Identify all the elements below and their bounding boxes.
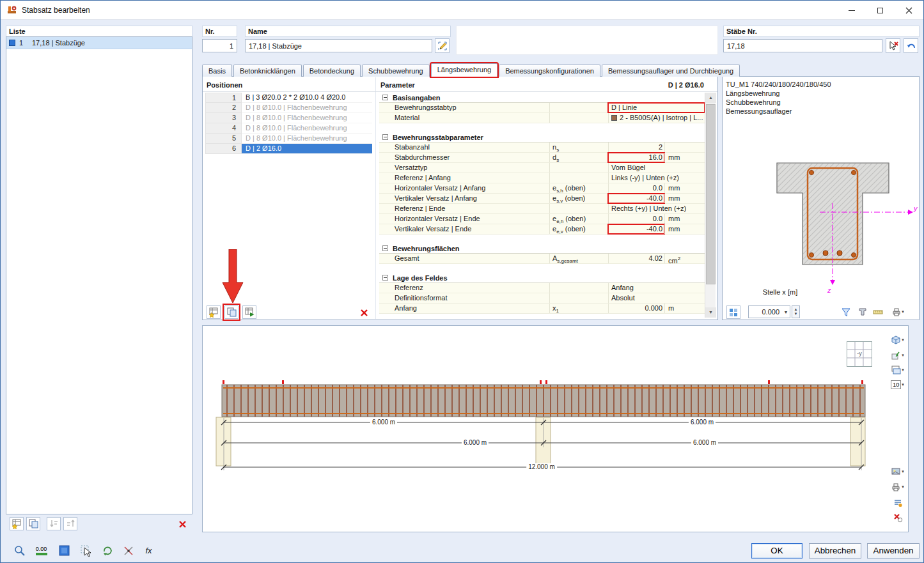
nr-input[interactable] <box>202 39 237 52</box>
parameter-row[interactable]: Material2 - B500S(A) | Isotrop | L... <box>379 113 705 123</box>
section-view-button[interactable] <box>856 305 870 318</box>
parameter-section-header[interactable]: Bewehrungsflächen <box>379 243 705 254</box>
parameter-section-header[interactable]: Basisangaben <box>379 93 705 103</box>
render-mode-button[interactable]: ▾ <box>887 465 908 478</box>
parameter-value[interactable]: 0.0 <box>608 214 664 224</box>
delete-position-button[interactable] <box>357 306 370 319</box>
parameter-value[interactable]: 16.0 <box>608 153 664 162</box>
position-row[interactable]: 5D | 8 Ø10.0 | Flächenbewehrung <box>205 134 372 144</box>
parameter-value[interactable]: 0.0 <box>608 183 664 193</box>
maximize-button[interactable] <box>866 1 895 20</box>
parameter-value[interactable]: Absolut <box>608 293 705 303</box>
tab-basis[interactable]: Basis <box>202 65 232 77</box>
parameter-row[interactable]: Anfangx10.000m <box>379 304 705 314</box>
parameter-value[interactable]: 0.000 <box>608 304 664 313</box>
import-position-button[interactable] <box>242 305 256 319</box>
axes-snap-button[interactable] <box>120 542 137 559</box>
parameter-value[interactable]: -40.0 <box>608 224 664 234</box>
filter-button[interactable] <box>839 305 853 318</box>
color-mode-button[interactable] <box>56 542 73 559</box>
spin-up-icon[interactable]: ▲ <box>794 307 798 312</box>
apply-button[interactable]: Anwenden <box>867 543 920 559</box>
position-row[interactable]: 6D | 2 Ø16.0 <box>205 144 372 154</box>
chevron-down-icon[interactable]: ▾ <box>902 382 904 387</box>
minimize-button[interactable] <box>837 1 866 20</box>
parameter-row[interactable]: Horizontaler Versatz | Anfanges,h (oben)… <box>379 183 705 194</box>
tab-betondeckung[interactable]: Betondeckung <box>303 65 361 77</box>
parameter-scrollbar[interactable]: ▲ ▼ <box>705 93 716 318</box>
position-row[interactable]: 1B | 3 Ø20.0 2 * 2 Ø10.0 4 Ø20.0 <box>205 93 372 103</box>
new-position-button[interactable] <box>207 305 221 319</box>
view-navigator[interactable]: -y <box>847 341 872 367</box>
parameter-row[interactable]: DefinitionsformatAbsolut <box>379 293 705 304</box>
parameter-row[interactable]: Horizontaler Versatz | Endeee,h (oben)0.… <box>379 214 705 224</box>
parameter-row[interactable]: Vertikaler Versatz | Endeee,v (oben)-40.… <box>379 224 705 235</box>
parameter-value[interactable]: Links (-y) | Unten (+z) <box>608 173 705 183</box>
chevron-down-icon[interactable]: ▾ <box>902 353 904 358</box>
scroll-up-button[interactable]: ▲ <box>705 93 716 103</box>
reselect-members-button[interactable] <box>904 38 918 53</box>
parameter-value[interactable]: Anfang <box>608 283 705 293</box>
parameter-row[interactable]: Stabdurchmesserds16.0mm <box>379 153 705 163</box>
parameter-row[interactable]: GesamtAs,gesamt4.02cm2 <box>379 254 705 264</box>
scroll-down-button[interactable]: ▼ <box>705 307 716 318</box>
name-input[interactable] <box>245 39 432 52</box>
parameter-row[interactable]: Stabanzahlns2 <box>379 143 705 153</box>
view-3d-button[interactable]: ▾ <box>887 334 908 346</box>
parameter-value[interactable]: Rechts (+y) | Unten (+z) <box>608 204 705 213</box>
parameter-value[interactable]: -40.0 <box>608 194 664 203</box>
parameter-row[interactable]: VersatztypVom Bügel <box>379 163 705 173</box>
chevron-down-icon[interactable]: ▾ <box>902 367 904 373</box>
display-properties-button[interactable] <box>887 497 908 509</box>
stelle-x-combo[interactable]: 0.000 ▼ <box>748 305 790 318</box>
copy-member-set-button[interactable] <box>26 517 40 530</box>
sort-ascending-button[interactable] <box>47 517 61 530</box>
parameter-value[interactable]: 4.02 <box>608 254 664 263</box>
collapse-icon[interactable] <box>382 245 388 251</box>
tab-laengsbewehrung[interactable]: Längsbewehrung <box>431 63 497 77</box>
title-bar[interactable]: Stabsatz bearbeiten <box>1 1 923 20</box>
parameter-value[interactable]: 2 <box>608 143 664 152</box>
reset-view-button[interactable] <box>887 511 908 524</box>
rename-button[interactable] <box>435 38 450 53</box>
display-layers-button[interactable]: ▾ <box>887 364 908 376</box>
stelle-x-spinner[interactable]: ▲▼ <box>792 305 800 318</box>
function-button[interactable]: fx <box>140 542 157 559</box>
cancel-button[interactable]: Abbrechen <box>809 543 861 559</box>
ok-button[interactable]: OK <box>751 543 803 559</box>
list-item[interactable]: 1 17,18 | Stabzüge <box>6 37 192 49</box>
collapse-icon[interactable] <box>382 134 388 140</box>
selection-mode-button[interactable] <box>77 542 95 559</box>
chevron-down-icon[interactable]: ▾ <box>902 469 904 474</box>
parameter-section-header[interactable]: Bewehrungsstabparameter <box>379 132 705 143</box>
scrollbar-thumb[interactable] <box>706 104 716 284</box>
parameter-row[interactable]: Referenz | AnfangLinks (-y) | Unten (+z) <box>379 173 705 183</box>
member-set-list[interactable]: 1 17,18 | Stabzüge <box>6 36 192 514</box>
view-direction-button[interactable]: ▾ <box>887 349 908 362</box>
renumber-button[interactable] <box>63 517 77 530</box>
beam-view-panel[interactable]: 6.000 m 6.000 m 6.000 m 6.000 m 12.000 m… <box>202 325 909 532</box>
new-member-set-button[interactable] <box>10 517 24 530</box>
dimensions-button[interactable] <box>871 305 885 318</box>
parameter-row[interactable]: BewehrungsstabtypD | Linie <box>379 103 705 113</box>
parameter-row[interactable]: Referenz | EndeRechts (+y) | Unten (+z) <box>379 204 705 214</box>
position-row[interactable]: 2D | 8 Ø10.0 | Flächenbewehrung <box>205 103 372 113</box>
spin-down-icon[interactable]: ▼ <box>794 312 798 316</box>
grid-display-button[interactable] <box>726 305 740 319</box>
parameter-value[interactable]: D | Linie <box>608 103 705 112</box>
parameter-value[interactable]: Vom Bügel <box>608 163 705 173</box>
collapse-icon[interactable] <box>382 275 388 281</box>
tab-bemessungskonfigurationen[interactable]: Bemessungskonfigurationen <box>499 65 600 77</box>
position-row[interactable]: 4D | 8 Ø10.0 | Flächenbewehrung <box>205 123 372 134</box>
tab-betonknicklaengen[interactable]: Betonknicklängen <box>233 65 302 77</box>
copy-position-button[interactable] <box>224 305 239 319</box>
deselect-members-button[interactable] <box>886 38 900 53</box>
print-view-button[interactable]: ▾ <box>887 481 908 493</box>
parameter-row[interactable]: Vertikaler Versatz | Anfanges,v (oben)-4… <box>379 194 705 204</box>
decimal-places-button[interactable]: 0.00 <box>33 542 50 559</box>
position-row[interactable]: 3D | 8 Ø10.0 | Flächenbewehrung <box>205 113 372 123</box>
parameter-row[interactable]: ReferenzAnfang <box>379 283 705 293</box>
parameter-section-header[interactable]: Lage des Feldes <box>379 273 705 283</box>
delete-member-set-button[interactable] <box>176 518 189 530</box>
chevron-down-icon[interactable]: ▾ <box>902 484 904 490</box>
